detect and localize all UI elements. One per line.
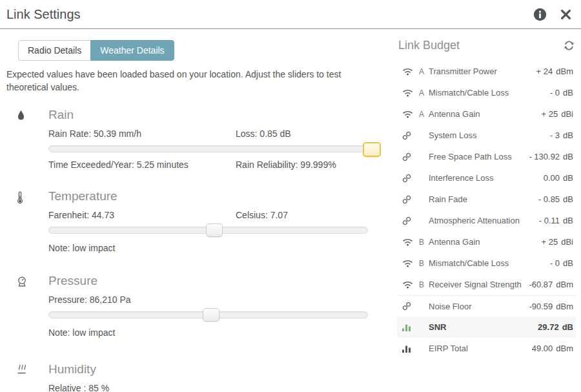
bars-icon bbox=[402, 345, 419, 353]
link-budget-title: Link Budget bbox=[398, 39, 564, 52]
budget-row-system-loss: System Loss - 3 dB bbox=[397, 125, 576, 146]
close-icon[interactable] bbox=[561, 10, 571, 19]
wifi-icon bbox=[402, 67, 419, 76]
link-icon bbox=[402, 131, 419, 140]
radio-b-tag: B bbox=[419, 280, 429, 289]
rain-time-exceeded-label: Time Exceeded/Year: 5.25 minutes bbox=[48, 160, 236, 170]
link-icon bbox=[402, 302, 419, 311]
rain-slider-handle[interactable] bbox=[363, 142, 381, 157]
description-text: Expected values have been loaded based o… bbox=[6, 68, 363, 94]
thermometer-icon bbox=[6, 189, 48, 253]
radio-a-tag: A bbox=[419, 88, 429, 98]
relative-humidity-label: Relative : 85 % bbox=[48, 383, 236, 392]
tab-weather-details[interactable]: Weather Details bbox=[90, 40, 174, 61]
pressure-value-label: Pressure: 86,210 Pa bbox=[48, 294, 236, 305]
celsius-label: Celsius: 7.07 bbox=[236, 210, 368, 220]
rain-slider bbox=[48, 142, 368, 156]
link-icon bbox=[402, 195, 419, 204]
rain-loss-label: Loss: 0.85 dB bbox=[236, 129, 368, 139]
budget-row-receiver-signal-strength: B Receiver Signal Strength -60.87 dBm bbox=[397, 274, 576, 295]
budget-row-free-space-path-loss: Free Space Path Loss - 130.92 dB bbox=[397, 146, 576, 167]
humidity-section: Humidity Relative : 85 % Note: low impac… bbox=[6, 362, 391, 392]
info-icon[interactable] bbox=[533, 8, 547, 21]
budget-row-eirp-total: EIRP Total 49.00 dBm bbox=[397, 338, 576, 359]
link-budget-panel: Link Budget A Transmitter Power + 24 dBm… bbox=[391, 29, 581, 392]
wifi-icon bbox=[402, 280, 419, 289]
gauge-icon bbox=[6, 274, 48, 338]
link-icon bbox=[402, 152, 419, 161]
budget-row-rain-fade: Rain Fade - 0.85 dB bbox=[397, 189, 576, 210]
rain-section-title: Rain bbox=[48, 108, 368, 122]
rain-reliability-label: Rain Reliability: 99.999% bbox=[236, 160, 368, 170]
rain-section: Rain Rain Rate: 50.39 mm/h Loss: 0.85 dB… bbox=[6, 108, 391, 170]
link-budget-list: A Transmitter Power + 24 dBm A Mismatch/… bbox=[397, 61, 576, 359]
link-icon bbox=[402, 216, 419, 225]
link-icon bbox=[402, 174, 419, 183]
page-title: Link Settings bbox=[6, 7, 533, 22]
details-tabs: Radio Details Weather Details bbox=[18, 40, 174, 61]
radio-b-tag: B bbox=[419, 259, 429, 268]
wifi-icon bbox=[402, 110, 419, 118]
fahrenheit-label: Farenheit: 44.73 bbox=[48, 210, 236, 220]
temperature-slider-handle[interactable] bbox=[206, 223, 223, 237]
wifi-icon bbox=[402, 238, 419, 246]
budget-row-interference-loss: Interference Loss 0.00 dB bbox=[397, 167, 576, 189]
humidity-section-title: Humidity bbox=[48, 362, 368, 377]
budget-row-antenna-gain-a: A Antenna Gain + 25 dBi bbox=[397, 103, 576, 125]
steam-icon bbox=[6, 362, 48, 392]
wifi-icon bbox=[402, 259, 419, 267]
bars-icon bbox=[402, 324, 419, 331]
pressure-slider-handle[interactable] bbox=[203, 308, 219, 322]
budget-row-mismatch-loss-a: A Mismatch/Cable Loss - 0 dB bbox=[397, 82, 576, 103]
budget-row-noise-floor: Noise Floor -90.59 dBm bbox=[397, 295, 576, 316]
pressure-section-title: Pressure bbox=[48, 274, 368, 288]
pressure-slider bbox=[48, 308, 368, 322]
refresh-icon[interactable] bbox=[564, 40, 575, 51]
raindrop-icon bbox=[6, 108, 48, 170]
budget-row-atmospheric-attenuation: Atmospheric Attenuation - 0.11 dB bbox=[397, 210, 576, 231]
tab-radio-details[interactable]: Radio Details bbox=[18, 40, 91, 61]
temperature-section-title: Temperature bbox=[48, 189, 368, 203]
pressure-section: Pressure Pressure: 86,210 Pa Note: low i… bbox=[6, 274, 391, 338]
temperature-section: Temperature Farenheit: 44.73 Celsius: 7.… bbox=[6, 189, 391, 253]
radio-b-tag: B bbox=[419, 238, 429, 247]
rain-rate-label: Rain Rate: 50.39 mm/h bbox=[48, 129, 236, 139]
budget-row-mismatch-loss-b: B Mismatch/Cable Loss - 0 dB bbox=[397, 253, 576, 274]
dialog-header: Link Settings bbox=[0, 0, 581, 29]
radio-a-tag: A bbox=[419, 110, 429, 119]
budget-row-snr: SNR 29.72 dB bbox=[397, 316, 576, 338]
rain-slider-track[interactable] bbox=[48, 145, 368, 152]
temperature-note: Note: low impact bbox=[48, 243, 368, 253]
pressure-note: Note: low impact bbox=[48, 327, 368, 338]
weather-panel: Radio Details Weather Details Expected v… bbox=[0, 29, 391, 392]
budget-row-antenna-gain-b: B Antenna Gain + 25 dBi bbox=[397, 231, 576, 253]
wifi-icon bbox=[402, 88, 419, 97]
temperature-slider bbox=[48, 223, 368, 237]
budget-row-transmitter-power: A Transmitter Power + 24 dBm bbox=[397, 61, 576, 82]
radio-a-tag: A bbox=[419, 67, 429, 76]
